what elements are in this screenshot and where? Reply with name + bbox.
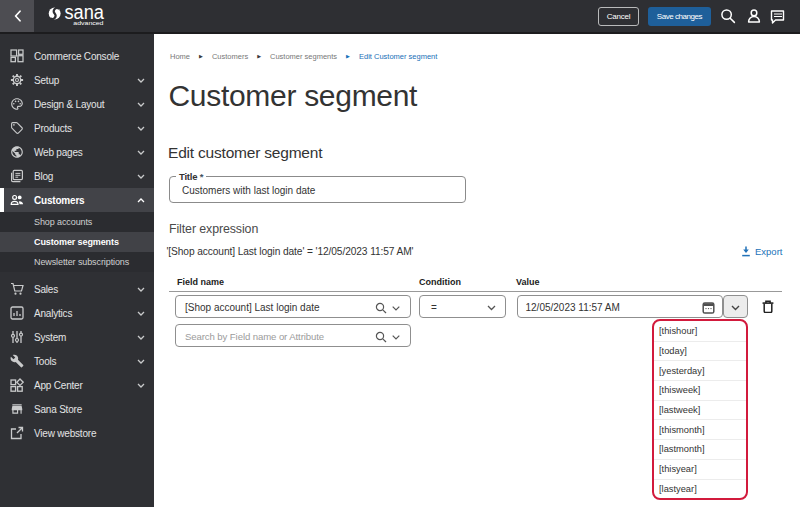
svg-text:advanced: advanced (73, 20, 103, 26)
